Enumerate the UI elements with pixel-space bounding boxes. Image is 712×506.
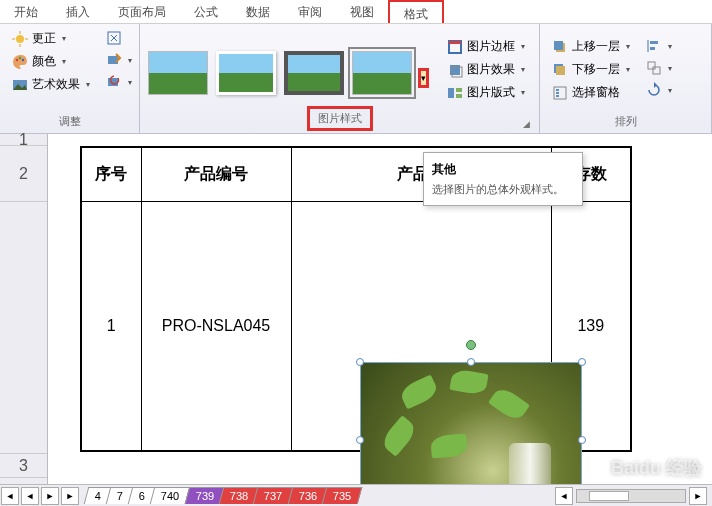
resize-handle-tm[interactable] xyxy=(467,358,475,366)
nav-first[interactable]: ◄ xyxy=(1,487,19,505)
palette-icon xyxy=(12,54,28,70)
compress-button[interactable] xyxy=(102,28,138,48)
th-code: 产品编号 xyxy=(141,147,291,201)
chevron-down-icon: ▾ xyxy=(519,66,527,74)
selection-pane-label: 选择窗格 xyxy=(572,84,620,101)
bring-forward-button[interactable]: 上移一层 ▾ xyxy=(548,36,636,57)
chevron-down-icon: ▾ xyxy=(60,35,68,43)
change-button[interactable]: ▾ xyxy=(102,50,138,70)
chevron-down-icon: ▾ xyxy=(666,86,674,94)
sun-icon xyxy=(12,31,28,47)
svg-rect-27 xyxy=(556,95,559,97)
change-icon xyxy=(106,52,122,68)
style-thumb-3[interactable] xyxy=(284,51,344,95)
reset-icon xyxy=(106,74,122,90)
styles-group-label: 图片样式 xyxy=(307,106,373,131)
row-header-2[interactable]: 2 xyxy=(0,146,47,202)
rotate-button[interactable]: ▾ xyxy=(642,80,678,100)
row-headers: 1 2 3 xyxy=(0,134,48,484)
effect-icon xyxy=(447,62,463,78)
artistic-icon xyxy=(12,77,28,93)
corrections-label: 更正 xyxy=(32,30,56,47)
row-header-1[interactable]: 1 xyxy=(0,134,47,146)
rotate-handle[interactable] xyxy=(466,340,476,350)
group-icon xyxy=(646,60,662,76)
tab-home[interactable]: 开始 xyxy=(0,0,52,23)
tooltip-title: 其他 xyxy=(432,161,574,178)
align-button[interactable]: ▾ xyxy=(642,36,678,56)
chevron-down-icon: ▾ xyxy=(666,64,674,72)
h-scrollbar[interactable] xyxy=(576,489,686,503)
sheet-tab[interactable]: 735 xyxy=(322,487,363,504)
selection-pane-button[interactable]: 选择窗格 xyxy=(548,82,636,103)
tab-formula[interactable]: 公式 xyxy=(180,0,232,23)
align-icon xyxy=(646,38,662,54)
pic-effect-label: 图片效果 xyxy=(467,61,515,78)
chevron-down-icon: ▾ xyxy=(519,43,527,51)
svg-rect-12 xyxy=(108,78,118,86)
dialog-launcher-icon[interactable]: ◢ xyxy=(523,119,535,131)
scroll-left[interactable]: ◄ xyxy=(555,487,573,505)
reset-button[interactable]: ▾ xyxy=(102,72,138,92)
artistic-label: 艺术效果 xyxy=(32,76,80,93)
pic-border-button[interactable]: 图片边框 ▾ xyxy=(443,36,531,57)
pic-border-label: 图片边框 xyxy=(467,38,515,55)
resize-handle-ml[interactable] xyxy=(356,436,364,444)
row-header-4[interactable]: 3 xyxy=(0,454,47,478)
nav-last[interactable]: ► xyxy=(61,487,79,505)
svg-point-5 xyxy=(16,58,18,60)
rotate-icon xyxy=(646,82,662,98)
tab-view[interactable]: 视图 xyxy=(336,0,388,23)
svg-point-0 xyxy=(16,35,24,43)
tab-data[interactable]: 数据 xyxy=(232,0,284,23)
layout-icon xyxy=(447,85,463,101)
selected-image[interactable] xyxy=(360,362,582,484)
th-serial: 序号 xyxy=(81,147,141,201)
tab-insert[interactable]: 插入 xyxy=(52,0,104,23)
svg-rect-29 xyxy=(650,41,658,44)
cell-serial[interactable]: 1 xyxy=(81,201,141,451)
resize-handle-tl[interactable] xyxy=(356,358,364,366)
send-backward-button[interactable]: 下移一层 ▾ xyxy=(548,59,636,80)
style-thumb-2[interactable] xyxy=(216,51,276,95)
pic-layout-button[interactable]: 图片版式 ▾ xyxy=(443,82,531,103)
chevron-down-icon: ▾ xyxy=(60,58,68,66)
color-button[interactable]: 颜色 ▾ xyxy=(8,51,96,72)
resize-handle-tr[interactable] xyxy=(578,358,586,366)
more-styles-button[interactable]: ▾ xyxy=(418,68,429,88)
tab-format[interactable]: 格式 xyxy=(388,0,444,23)
style-thumb-1[interactable] xyxy=(148,51,208,95)
chevron-down-icon: ▾ xyxy=(519,89,527,97)
scroll-right[interactable]: ► xyxy=(689,487,707,505)
artistic-button[interactable]: 艺术效果 ▾ xyxy=(8,74,96,95)
chevron-down-icon: ▾ xyxy=(84,81,92,89)
row-header-3[interactable] xyxy=(0,202,47,454)
svg-rect-25 xyxy=(556,89,559,91)
resize-handle-mr[interactable] xyxy=(578,436,586,444)
arrange-group-label: 排列 xyxy=(548,112,703,131)
svg-point-6 xyxy=(19,56,21,58)
tooltip-desc: 选择图片的总体外观样式。 xyxy=(432,182,574,197)
cell-code[interactable]: PRO-NSLA045 xyxy=(141,201,291,451)
corrections-button[interactable]: 更正 ▾ xyxy=(8,28,96,49)
tab-review[interactable]: 审阅 xyxy=(284,0,336,23)
svg-rect-18 xyxy=(456,88,462,92)
tab-layout[interactable]: 页面布局 xyxy=(104,0,180,23)
chevron-down-icon: ▾ xyxy=(624,66,632,74)
svg-rect-23 xyxy=(556,66,565,75)
border-icon xyxy=(447,39,463,55)
style-thumb-4[interactable] xyxy=(352,51,412,95)
svg-rect-11 xyxy=(108,56,118,64)
pic-effect-button[interactable]: 图片效果 ▾ xyxy=(443,59,531,80)
group-button[interactable]: ▾ xyxy=(642,58,678,78)
chevron-down-icon: ▾ xyxy=(624,43,632,51)
nav-prev[interactable]: ◄ xyxy=(21,487,39,505)
svg-rect-30 xyxy=(650,47,655,50)
svg-rect-31 xyxy=(648,62,655,69)
scroll-thumb[interactable] xyxy=(589,491,629,501)
tooltip: 其他 选择图片的总体外观样式。 xyxy=(423,152,583,206)
svg-rect-17 xyxy=(448,88,454,98)
compress-icon xyxy=(106,30,122,46)
nav-next[interactable]: ► xyxy=(41,487,59,505)
send-backward-label: 下移一层 xyxy=(572,61,620,78)
